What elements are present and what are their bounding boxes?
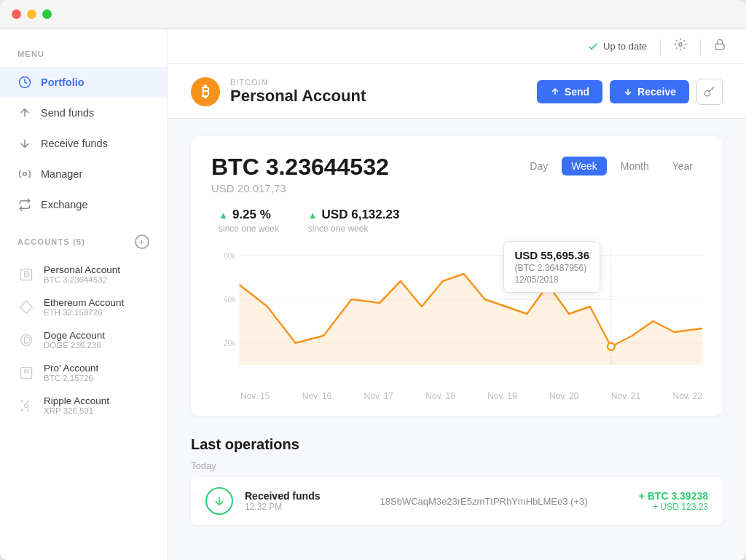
period-tabs: Day Week Month Year — [520, 157, 702, 176]
op-amount: + BTC 3.39238 + USD 123.23 — [639, 490, 708, 512]
sidebar-item-portfolio[interactable]: Portfolio — [0, 67, 167, 98]
period-tab-month[interactable]: Month — [611, 157, 659, 176]
doge-icon — [17, 331, 35, 349]
svg-text:40k: 40k — [224, 295, 237, 304]
page-header: ₿ BITCOIN Personal Account Send Receive — [168, 64, 746, 119]
chart-x-labels: Nov. 15 Nov. 16 Nov. 17 Nov. 18 Nov. 19 … — [211, 387, 702, 401]
sync-status: Up to date — [587, 41, 647, 52]
svg-point-9 — [679, 43, 683, 47]
topbar-divider — [660, 39, 661, 54]
chart-area: USD 55,695.36 (BTC 2.36487956) 12/05/201… — [211, 241, 702, 387]
stat-percent-value: ▲ 9.25 % — [219, 208, 279, 222]
svg-point-3 — [23, 173, 27, 176]
stat-usd-label: since one week — [308, 224, 400, 234]
svg-rect-4 — [21, 269, 32, 280]
page-header-actions: Send Receive — [537, 79, 723, 105]
svg-rect-7 — [21, 367, 32, 378]
account-item-ripple[interactable]: Ripple Account XRP 326.591 — [0, 389, 167, 422]
receive-button[interactable]: Receive — [610, 80, 689, 103]
account-item-doge[interactable]: Doge Account DOGE 236.236 — [0, 323, 167, 356]
coin-label: BITCOIN — [230, 78, 366, 87]
op-receive-icon — [205, 487, 233, 515]
svg-marker-5 — [20, 301, 33, 313]
page-body: BTC 3.23644532 USD 20.017,73 Day Week Mo… — [168, 119, 746, 560]
stat-usd-value: ▲ USD 6,132.23 — [308, 208, 400, 222]
btc-logo: ₿ — [191, 77, 220, 106]
minimize-dot[interactable] — [27, 9, 36, 19]
sidebar-item-send-funds[interactable]: Send funds — [0, 98, 167, 128]
account-info-ethereum: Ethereum Account ETH 32.158726 — [44, 297, 124, 317]
app-window: MENU Portfolio Send funds — [0, 0, 746, 560]
send-button[interactable]: Send — [537, 80, 602, 103]
topbar: Up to date — [168, 29, 746, 64]
balance-usd: USD 20.017,73 — [211, 182, 389, 194]
op-name: Received funds — [245, 490, 369, 502]
line-chart: 60k 40k 20k — [211, 241, 702, 387]
exchange-icon — [17, 197, 32, 212]
period-tab-day[interactable]: Day — [520, 157, 557, 176]
ethereum-icon — [17, 299, 35, 316]
account-item-ethereum[interactable]: Ethereum Account ETH 32.158726 — [0, 291, 167, 323]
pro-icon — [17, 364, 35, 382]
chart-stats: ▲ 9.25 % since one week ▲ USD 6,132.23 s… — [211, 208, 702, 234]
op-usd: + USD 123.23 — [639, 502, 708, 512]
operations-date: Today — [191, 460, 723, 471]
operation-row: Received funds 12:32 PM 18SbWCaqM3e23rE5… — [191, 477, 723, 525]
op-btc: + BTC 3.39238 — [639, 490, 708, 502]
tooltip-btc: (BTC 2.36487956) — [514, 263, 589, 273]
svg-text:20k: 20k — [224, 339, 237, 347]
stat-percent-label: since one week — [219, 224, 279, 234]
operations-section: Last operations Today Received funds 12:… — [191, 436, 723, 525]
account-item-pro[interactable]: Pro' Account BTC 2.15726 — [0, 356, 167, 389]
page-header-left: ₿ BITCOIN Personal Account — [191, 77, 366, 106]
op-time: 12:32 PM — [245, 502, 369, 512]
page-header-titles: BITCOIN Personal Account — [230, 78, 366, 106]
sidebar-item-exchange[interactable]: Exchange — [0, 189, 167, 220]
lock-icon[interactable] — [714, 38, 726, 55]
account-info-ripple: Ripple Account XRP 326.591 — [44, 395, 109, 415]
manager-icon — [17, 167, 32, 181]
content-area: Up to date — [168, 29, 746, 560]
tooltip-date: 12/05/2018 — [514, 275, 589, 285]
sidebar-item-label-exchange: Exchange — [41, 199, 88, 210]
chart-top: BTC 3.23644532 USD 20.017,73 Day Week Mo… — [211, 154, 702, 194]
sidebar-item-label-portfolio: Portfolio — [41, 76, 85, 88]
svg-point-21 — [608, 343, 615, 350]
send-icon — [17, 106, 32, 120]
maximize-dot[interactable] — [42, 9, 52, 19]
sidebar: MENU Portfolio Send funds — [0, 29, 168, 560]
chart-tooltip: USD 55,695.36 (BTC 2.36487956) 12/05/201… — [503, 241, 600, 293]
balance-btc: BTC 3.23644532 — [211, 154, 389, 181]
ripple-icon — [17, 397, 35, 414]
account-info-doge: Doge Account DOGE 236.236 — [44, 330, 105, 350]
account-item-personal[interactable]: Personal Account BTC 3.23644532 — [0, 258, 167, 291]
close-dot[interactable] — [12, 9, 21, 19]
tooltip-usd: USD 55,695.36 — [514, 249, 589, 261]
sidebar-item-manager[interactable]: Manager — [0, 159, 167, 189]
up-arrow-icon: ▲ — [219, 210, 228, 221]
sidebar-item-label-receive: Receive funds — [41, 138, 108, 149]
portfolio-icon — [17, 75, 32, 90]
period-tab-week[interactable]: Week — [562, 157, 607, 176]
settings-icon[interactable] — [674, 38, 687, 55]
up-arrow-icon2: ▲ — [308, 210, 318, 221]
titlebar — [0, 0, 746, 29]
add-account-button[interactable]: + — [135, 234, 149, 249]
accounts-section-label: ACCOUNTS (5) + — [0, 234, 167, 249]
svg-point-13 — [704, 91, 710, 96]
svg-text:60k: 60k — [224, 251, 237, 260]
operations-title: Last operations — [191, 436, 723, 453]
sidebar-item-label-manager: Manager — [41, 168, 82, 180]
stat-percent: ▲ 9.25 % since one week — [219, 208, 279, 234]
op-info: Received funds 12:32 PM — [245, 490, 369, 512]
status-text: Up to date — [603, 41, 647, 52]
sidebar-item-receive-funds[interactable]: Receive funds — [0, 128, 167, 159]
key-button[interactable] — [696, 79, 723, 105]
account-title: Personal Account — [230, 87, 366, 106]
menu-label: MENU — [0, 50, 167, 58]
receive-icon — [17, 136, 32, 151]
chart-card: BTC 3.23644532 USD 20.017,73 Day Week Mo… — [191, 136, 723, 416]
bitcoin-icon — [17, 266, 35, 283]
sidebar-item-label-send: Send funds — [41, 107, 94, 119]
period-tab-year[interactable]: Year — [663, 157, 702, 176]
